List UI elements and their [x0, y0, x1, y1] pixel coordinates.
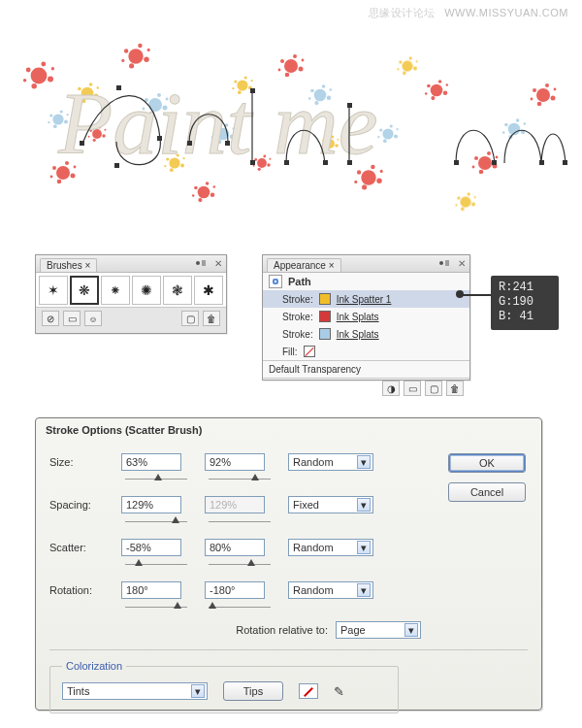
size-slider-1[interactable]	[121, 475, 191, 482]
key-color-swatch[interactable]	[299, 683, 318, 699]
brush-new-icon[interactable]: ▭	[63, 311, 81, 326]
svg-rect-20	[492, 160, 497, 165]
appearance-panel: Appearance × ✕ Path Stroke: Ink Spatter …	[262, 254, 470, 381]
brush-new2-icon[interactable]: ▢	[181, 311, 199, 326]
tab-appearance[interactable]: Appearance ×	[267, 258, 341, 272]
scatter-label: Scatter:	[49, 542, 108, 553]
cancel-button[interactable]: Cancel	[448, 482, 526, 502]
brush-thumb[interactable]: ⁕	[101, 276, 130, 305]
brush-options-icon[interactable]: ⌾	[84, 311, 102, 326]
scatter-mode-dropdown[interactable]: Random ▾	[288, 539, 373, 556]
stroke-name[interactable]: Ink Splats	[337, 329, 379, 340]
scatter-slider-1[interactable]	[121, 560, 191, 568]
chevron-down-icon: ▾	[357, 455, 371, 469]
size-slider-2[interactable]	[205, 475, 275, 482]
stroke-name[interactable]: Ink Splats	[337, 312, 379, 322]
colorization-legend: Colorization	[62, 660, 126, 672]
chevron-down-icon: ▾	[357, 498, 371, 512]
brush-thumb[interactable]: ✱	[194, 276, 223, 305]
eyedropper-icon[interactable]: ✎	[334, 684, 344, 699]
trash-icon[interactable]: 🗑	[446, 381, 464, 396]
dialog-title: Stroke Options (Scatter Brush)	[36, 418, 541, 442]
appearance-transparency-row[interactable]: Default Transparency	[263, 360, 469, 378]
panel-close-icon[interactable]: ✕	[214, 257, 222, 269]
svg-point-24	[439, 261, 443, 265]
svg-rect-10	[114, 163, 119, 168]
rotation-relative-label: Rotation relative to:	[236, 624, 328, 636]
tips-button[interactable]: Tips	[223, 681, 283, 701]
spacing-mode-dropdown[interactable]: Fixed ▾	[288, 496, 373, 513]
size-min-field[interactable]: 63%	[121, 453, 181, 471]
scatter-min-field[interactable]: -58%	[121, 539, 181, 556]
stroke-swatch[interactable]	[319, 311, 331, 322]
size-max-field[interactable]: 92%	[205, 453, 265, 471]
appearance-object-row: Path	[263, 273, 469, 290]
svg-rect-7	[80, 141, 84, 146]
separator	[49, 649, 528, 650]
size-label: Size:	[49, 456, 108, 468]
rotation-mode-dropdown[interactable]: Random ▾	[288, 581, 373, 599]
appearance-stroke-row[interactable]: Stroke: Ink Spatter 1	[263, 290, 469, 308]
brush-thumb[interactable]: ✺	[132, 276, 161, 305]
brush-trash-icon[interactable]: 🗑	[203, 311, 220, 326]
appearance-object-label: Path	[288, 276, 311, 287]
watermark-en: WWW.MISSYUAN.COM	[444, 7, 568, 18]
callout-line	[461, 294, 492, 296]
spacing-label: Spacing:	[49, 499, 108, 511]
fill-none-swatch[interactable]	[304, 346, 315, 357]
spacing-slider-2	[205, 517, 275, 525]
svg-rect-18	[347, 160, 352, 165]
duplicate-icon[interactable]: ▢	[425, 381, 442, 396]
stroke-swatch[interactable]	[319, 293, 331, 305]
rotation-row: Rotation: 180° -180° Random ▾	[49, 576, 528, 605]
chevron-down-icon: ▾	[357, 583, 371, 597]
svg-rect-16	[323, 160, 328, 165]
colorization-group: Colorization Tints ▾ Tips ✎	[49, 660, 399, 713]
rotation-relative-dropdown[interactable]: Page ▾	[336, 621, 421, 639]
tab-brushes[interactable]: Brushes ×	[40, 258, 97, 272]
brush-thumb[interactable]: ❃	[163, 276, 192, 305]
colorization-method-dropdown[interactable]: Tints ▾	[62, 682, 208, 700]
svg-rect-11	[187, 141, 192, 146]
brush-noentry-icon[interactable]: ⊘	[42, 311, 59, 326]
artwork-canvas: Paint me	[0, 27, 582, 231]
scatter-max-field[interactable]: 80%	[205, 539, 265, 556]
panel-menu-icon[interactable]	[438, 258, 450, 268]
brush-thumb[interactable]: ✶	[39, 276, 68, 305]
chevron-down-icon: ▾	[357, 541, 371, 554]
svg-point-23	[196, 261, 200, 265]
svg-rect-8	[116, 85, 121, 90]
rotation-max-field[interactable]: -180°	[205, 581, 265, 599]
path-icon	[269, 275, 282, 288]
appearance-stroke-row[interactable]: Stroke: Ink Splats	[263, 325, 469, 343]
new-fill-icon[interactable]: ◑	[382, 381, 400, 396]
watermark: 思缘设计论坛 WWW.MISSYUAN.COM	[369, 6, 568, 20]
rotation-slider-2[interactable]	[205, 603, 275, 611]
svg-rect-21	[539, 160, 544, 165]
brush-list: ✶ ❋ ⁕ ✺ ❃ ✱	[36, 273, 226, 308]
scatter-row: Scatter: -58% 80% Random ▾	[49, 533, 528, 562]
svg-rect-12	[225, 141, 230, 146]
brush-thumb-selected[interactable]: ❋	[70, 276, 99, 305]
panel-menu-icon[interactable]	[195, 258, 207, 268]
rotation-label: Rotation:	[49, 584, 108, 596]
spacing-min-field[interactable]: 129%	[121, 496, 181, 513]
artwork-text: Paint me	[57, 74, 378, 173]
svg-rect-9	[157, 136, 162, 141]
spacing-slider-1[interactable]	[121, 517, 191, 525]
size-mode-dropdown[interactable]: Random ▾	[288, 453, 373, 471]
svg-rect-22	[563, 160, 567, 165]
stroke-swatch[interactable]	[319, 328, 331, 340]
appearance-stroke-row[interactable]: Stroke: Ink Splats	[263, 308, 469, 325]
rotation-slider-1[interactable]	[121, 603, 191, 611]
ok-button[interactable]: OK	[448, 453, 526, 473]
rotation-min-field[interactable]: 180°	[121, 581, 181, 599]
panel-close-icon[interactable]: ✕	[458, 257, 466, 269]
brushes-panel: Brushes × ✕ ✶ ❋ ⁕ ✺ ❃ ✱ ⊘ ▭ ⌾ ▢ 🗑	[35, 254, 227, 334]
rgb-callout: R:241 G:190 B: 41	[491, 276, 559, 330]
new-stroke-icon[interactable]: ▭	[404, 381, 421, 396]
stroke-name[interactable]: Ink Spatter 1	[337, 294, 392, 305]
dialog-buttons: OK Cancel	[448, 453, 526, 502]
scatter-slider-2[interactable]	[205, 560, 275, 568]
appearance-fill-row[interactable]: Fill:	[263, 343, 469, 360]
